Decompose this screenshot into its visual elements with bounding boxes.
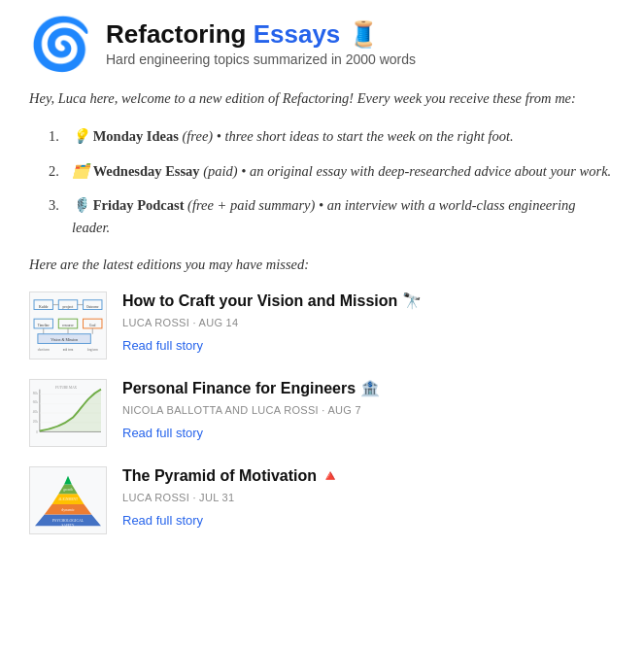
svg-text:ALIGNMENT: ALIGNMENT: [58, 497, 79, 501]
list-num-2: 2.: [49, 160, 66, 183]
story-thumb-1: Kulde project Outcome Timeline resource …: [29, 291, 107, 360]
story-link-1[interactable]: Read full story: [122, 338, 203, 353]
list-bold-3: Friday Podcast: [93, 197, 185, 213]
list-item-wednesday: 2. 🗂️ Wednesday Essay (paid) • an origin…: [49, 160, 615, 183]
svg-text:project: project: [63, 304, 75, 308]
thread-emoji: 🧵: [348, 19, 379, 49]
svg-text:20k: 20k: [33, 420, 38, 424]
list-rest-2: (paid) • an original essay with deep-res…: [200, 163, 612, 179]
story-link-2[interactable]: Read full story: [122, 426, 203, 440]
list-bold-2: Wednesday Essay: [93, 163, 200, 179]
list-num-1: 1.: [49, 125, 66, 148]
header-title: Refactoring Essays 🧵: [106, 19, 416, 50]
svg-text:dynamic: dynamic: [61, 508, 75, 512]
story-card-3: PSYCHOLOGICAL SAFETY dynamic ALIGNMENT g…: [29, 466, 615, 534]
svg-text:40k: 40k: [33, 410, 38, 414]
svg-text:growth: growth: [63, 488, 73, 492]
title-main: Refactoring: [106, 19, 254, 49]
list-content-1: 💡 Monday Ideas (free) • three short idea…: [72, 125, 514, 148]
story-thumb-3: PSYCHOLOGICAL SAFETY dynamic ALIGNMENT g…: [29, 466, 107, 534]
story-card-1: Kulde project Outcome Timeline resource …: [29, 291, 615, 360]
story-info-2: Personal Finance for Engineers 🏦 NICOLA …: [122, 379, 380, 444]
story-link-3[interactable]: Read full story: [122, 513, 203, 528]
svg-text:Vision & Mission: Vision & Mission: [51, 337, 78, 341]
story-thumb-2: 0 20k 40k 60k 80k FUTURE MAX: [29, 379, 107, 447]
story-title-3: The Pyramid of Motivation 🔺: [122, 466, 340, 487]
svg-text:SAFETY: SAFETY: [62, 524, 75, 528]
story-info-1: How to Craft your Vision and Mission 🔭 L…: [122, 291, 422, 357]
page-header: 🌀 Refactoring Essays 🧵 Hard engineering …: [29, 19, 615, 70]
story-info-3: The Pyramid of Motivation 🔺 LUCA ROSSI ·…: [122, 466, 340, 531]
svg-text:long term: long term: [87, 348, 99, 352]
story-title-1: How to Craft your Vision and Mission 🔭: [122, 291, 422, 312]
header-subtitle: Hard engineering topics summarized in 20…: [106, 50, 416, 70]
svg-text:Outcome: Outcome: [86, 304, 99, 308]
svg-text:FUTURE MAX: FUTURE MAX: [55, 386, 77, 390]
intro-text: Hey, Luca here, welcome to a new edition…: [29, 87, 615, 110]
story-card-2: 0 20k 40k 60k 80k FUTURE MAX Personal Fi…: [29, 379, 615, 447]
list-item-friday: 3. 🎙️ Friday Podcast (free + paid summar…: [49, 194, 615, 239]
svg-text:0: 0: [36, 430, 38, 434]
svg-text:80k: 80k: [33, 391, 38, 394]
list-rest-1: (free) • three short ideas to start the …: [179, 128, 514, 144]
svg-text:PSYCHOLOGICAL: PSYCHOLOGICAL: [52, 519, 85, 523]
story-title-2: Personal Finance for Engineers 🏦: [122, 379, 380, 399]
list-bold-1: Monday Ideas: [93, 128, 179, 144]
header-text: Refactoring Essays 🧵 Hard engineering to…: [106, 19, 416, 70]
story-meta-1: LUCA ROSSI · AUG 14: [122, 315, 422, 331]
svg-text:resource: resource: [62, 324, 74, 327]
story-meta-2: NICOLA BALLOTTA AND LUCA ROSSI · AUG 7: [122, 402, 380, 419]
list-item-monday: 1. 💡 Monday Ideas (free) • three short i…: [49, 125, 615, 148]
latest-header: Here are the latest editions you may hav…: [29, 255, 615, 276]
story-emoji-1: 🔭: [402, 292, 422, 309]
svg-text:Goal: Goal: [89, 324, 96, 327]
svg-text:Timeline: Timeline: [38, 324, 51, 327]
svg-text:60k: 60k: [33, 400, 38, 404]
title-accent: Essays: [254, 19, 341, 49]
story-meta-3: LUCA ROSSI · JUL 31: [122, 490, 340, 506]
list-content-3: 🎙️ Friday Podcast (free + paid summary) …: [72, 194, 615, 239]
list-content-2: 🗂️ Wednesday Essay (paid) • an original …: [72, 160, 611, 183]
story-emoji-3: 🔺: [321, 467, 340, 484]
list-num-3: 3.: [49, 194, 66, 239]
svg-text:short term: short term: [38, 348, 51, 352]
content-list: 1. 💡 Monday Ideas (free) • three short i…: [49, 125, 615, 239]
svg-text:mid term: mid term: [63, 348, 74, 352]
logo-icon: 🌀: [29, 19, 92, 70]
story-emoji-2: 🏦: [360, 380, 380, 396]
svg-text:Kulde: Kulde: [39, 304, 49, 308]
